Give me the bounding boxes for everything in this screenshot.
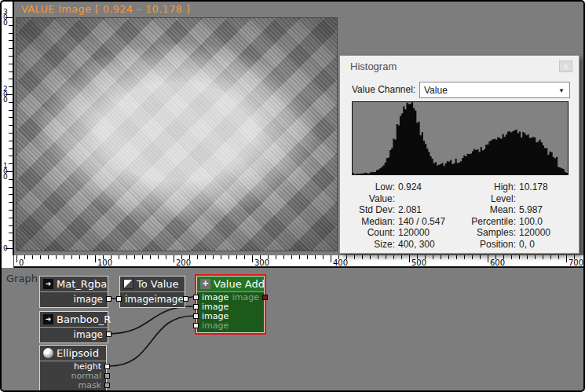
output-connector[interactable]: [106, 296, 112, 302]
ruler-tick: [9, 79, 13, 79]
ruler-tick: [9, 202, 13, 203]
output-port-label: image: [154, 293, 183, 306]
graph-node-bamboo_r[interactable]: ➜Bamboo_Rimage: [39, 311, 108, 343]
input-connector[interactable]: [193, 295, 199, 300]
ruler-tick: [9, 102, 13, 103]
graph-node-mat_rgba[interactable]: ➜Mat_Rgbaimage: [39, 276, 108, 308]
ruler-tick: [346, 255, 347, 259]
value-channel-label: Value Channel:: [352, 84, 415, 95]
node-port-row: mask: [40, 381, 106, 390]
vertical-ruler: 3 0 02 0 01 0 00: [2, 2, 14, 255]
ruler-tick: [205, 255, 206, 259]
app-window: VALUE Image [ 0.924 – 10.178 ] 3 0 02 0 …: [0, 0, 585, 392]
output-connector[interactable]: [183, 296, 188, 302]
ruler-tick: [448, 255, 449, 259]
node-port-row: image: [40, 328, 108, 341]
output-connector[interactable]: [104, 364, 110, 369]
ruler-tick: [291, 255, 292, 259]
ruler-tick: [213, 255, 214, 259]
node-title-label: Bamboo_R: [57, 313, 111, 325]
ruler-tick: [378, 255, 378, 259]
histogram-panel: Histogram x Value Channel: Value ▼ Low:0…: [339, 55, 580, 254]
ruler-tick: [362, 255, 363, 259]
stat-value: 0, 0: [516, 239, 535, 251]
graph-node-ellipsoid[interactable]: Ellipsoidheightnormalmask: [39, 345, 107, 392]
ruler-tick: [79, 255, 80, 259]
stat-value: 0.924: [395, 181, 422, 193]
stat-row: Count:120000: [346, 227, 459, 239]
ruler-tick: [9, 179, 13, 180]
value-channel-dropdown[interactable]: Value ▼: [419, 82, 570, 98]
ruler-tick: [158, 255, 159, 259]
output-port-label: image: [232, 293, 259, 302]
output-connector[interactable]: [104, 383, 110, 388]
graph-node-to_value[interactable]: To Valueimageimage: [119, 276, 185, 308]
ruler-label: 400: [333, 258, 348, 267]
ruler-tick: [511, 255, 512, 259]
ruler-tick: [9, 240, 13, 241]
value-image-canvas[interactable]: [16, 17, 338, 251]
stat-row: Low:0.924: [346, 181, 459, 193]
graph-wire[interactable]: [109, 316, 194, 366]
ruler-tick: [9, 64, 13, 64]
ruler-tick: [9, 56, 13, 57]
stat-label: Position:: [459, 239, 516, 251]
node-port-row: imageimage: [120, 293, 185, 306]
stat-row: Level:: [459, 193, 572, 205]
stat-label: Low:: [346, 181, 395, 193]
input-connector[interactable]: [193, 304, 199, 310]
close-icon[interactable]: x: [559, 60, 572, 72]
input-connector[interactable]: [193, 323, 199, 328]
ruler-tick: [134, 255, 135, 259]
graph-wire[interactable]: [107, 306, 194, 334]
stat-value: 5.987: [516, 204, 543, 216]
viewer-title: VALUE Image [ 0.924 – 10.178 ]: [21, 3, 190, 15]
output-connector[interactable]: [104, 373, 110, 379]
node-titlebar[interactable]: Ellipsoid: [40, 346, 106, 361]
histogram-titlebar[interactable]: Histogram x: [340, 56, 579, 76]
node-title-label: Value Add: [214, 278, 265, 290]
output-connector[interactable]: [262, 295, 268, 300]
stat-label: Size:: [346, 239, 395, 251]
ruler-tick: [527, 255, 528, 259]
ruler-tick: [9, 156, 13, 156]
stat-value: 120000: [395, 227, 430, 239]
output-port-label: mask: [78, 381, 101, 390]
node-titlebar[interactable]: ➜Mat_Rgba: [40, 277, 108, 292]
ruler-tick: [503, 255, 504, 259]
ruler-tick: [9, 40, 13, 41]
input-connector[interactable]: [116, 296, 122, 302]
ruler-tick: [393, 255, 394, 259]
ruler-label: 2 0 0: [3, 86, 8, 103]
node-titlebar[interactable]: ➜Bamboo_R: [40, 312, 108, 328]
stat-label: Percentile:: [459, 216, 516, 228]
ruler-tick: [252, 255, 253, 262]
ruler-tick: [24, 255, 25, 259]
node-titlebar[interactable]: To Value: [120, 277, 185, 292]
ruler-tick: [370, 255, 371, 259]
graph-node-value_add[interactable]: +Value Addimageimageimageimageimage: [196, 276, 265, 333]
stat-row: Value:: [346, 193, 459, 205]
ruler-tick: [535, 255, 536, 259]
stat-row: Mean:5.987: [459, 204, 572, 216]
node-titlebar[interactable]: +Value Add: [197, 277, 264, 292]
ruler-tick: [315, 255, 316, 259]
stat-value: 2.081: [395, 204, 422, 216]
ruler-tick: [197, 255, 198, 259]
output-connector[interactable]: [106, 332, 112, 337]
stat-label: High:: [459, 181, 516, 193]
ruler-label: 0: [19, 258, 24, 267]
histogram-bars: [353, 102, 568, 174]
ruler-tick: [425, 255, 426, 259]
ruler-tick: [9, 218, 13, 218]
ruler-tick: [150, 255, 151, 259]
ruler-tick: [441, 255, 441, 259]
input-port-label: image: [202, 321, 229, 331]
graph-canvas[interactable]: Graph ➜Mat_RgbaimageTo Valueimageimage+V…: [0, 269, 585, 390]
output-port-label: image: [74, 293, 103, 306]
chevron-down-icon: ▼: [558, 87, 565, 94]
ruler-tick: [221, 255, 221, 259]
ruler-tick: [354, 255, 355, 259]
input-connector[interactable]: [193, 313, 199, 319]
ruler-tick: [9, 187, 13, 188]
